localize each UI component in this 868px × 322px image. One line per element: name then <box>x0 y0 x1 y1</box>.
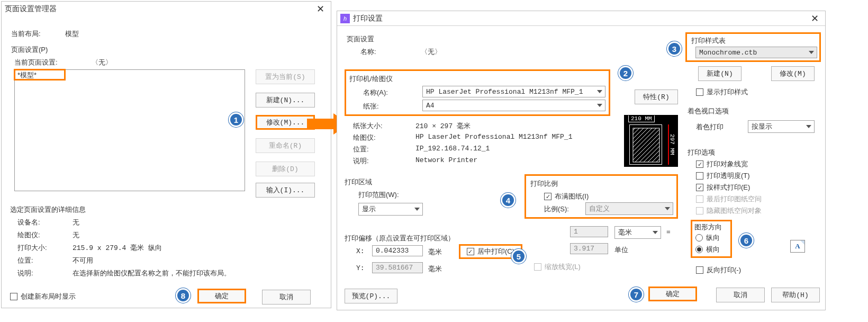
y-input: 39.581667 <box>372 262 423 273</box>
printer-name-select[interactable]: HP LaserJet Professional M1213nf MFP_1 <box>422 86 605 97</box>
title-left: 页面设置管理器 <box>5 4 57 14</box>
checkbox-icon: ✓ <box>467 248 474 255</box>
orientation-preview-icon: A <box>790 240 805 253</box>
opt-lineweight-label: 打印对象线宽 <box>707 159 748 169</box>
current-page-setup-value: 〈无〉 <box>92 58 112 67</box>
help-button[interactable]: 帮助(H) <box>771 288 820 302</box>
paper-size-label2: 纸张大小: <box>353 121 383 131</box>
new-button[interactable]: 新建(N)... <box>256 93 315 108</box>
create-on-new-layout-label: 创建新布局时显示 <box>21 292 76 301</box>
paper-size-label: 打印大小: <box>17 243 47 253</box>
shade-value: 按显示 <box>752 122 772 130</box>
preview-button[interactable]: 预览(P)... <box>345 289 397 303</box>
orientation-title: 图形方向 <box>694 222 722 232</box>
paper-size-value2: 210 × 297 毫米 <box>415 121 471 131</box>
badge-6: 6 <box>739 233 754 248</box>
center-print-checkbox[interactable]: ✓ 居中打印(C) <box>467 247 514 256</box>
badge-7: 7 <box>629 287 644 302</box>
page-setup-listbox[interactable]: *模型* <box>14 69 245 191</box>
badge-3: 3 <box>667 41 682 56</box>
print-range-value: 显示 <box>362 205 376 213</box>
cancel-button-right[interactable]: 取消 <box>716 288 765 302</box>
close-icon-right[interactable]: ✕ <box>808 13 822 24</box>
badge-2: 2 <box>618 66 633 80</box>
print-area-title: 打印区域 <box>345 177 372 187</box>
device-value: 无 <box>73 218 79 227</box>
shade-select[interactable]: 按显示 <box>748 120 815 133</box>
title-right: 打印设置 <box>353 14 383 23</box>
device-label: 设备名: <box>17 218 40 227</box>
style-new-button[interactable]: 新建(N) <box>698 66 742 81</box>
titlebar-left: 页面设置管理器 ✕ <box>2 2 331 16</box>
ok-button-right[interactable]: 确定 <box>648 287 697 301</box>
scale-unit-select[interactable]: 毫米 <box>614 226 661 239</box>
ok-button-left[interactable]: 确定 <box>197 289 246 303</box>
y-label: Y: <box>356 264 365 272</box>
delete-button: 删除(D) <box>256 162 315 176</box>
properties-button[interactable]: 特性(R) <box>635 90 678 104</box>
checkbox-icon: ✓ <box>696 160 703 168</box>
print-range-select[interactable]: 显示 <box>358 203 423 216</box>
opt-transparency-checkbox[interactable]: 打印透明度(T) <box>696 171 750 181</box>
opt-bystyle-checkbox[interactable]: ✓按样式打印(E) <box>696 183 750 192</box>
offset-title: 打印偏移（原点设置在可打印区域） <box>345 234 455 243</box>
center-print-label: 居中打印(C) <box>477 247 514 256</box>
preview-outer <box>629 124 662 165</box>
scale-den-input: 3.917 <box>570 243 608 254</box>
close-icon[interactable]: ✕ <box>313 3 328 15</box>
plotter-value: 无 <box>73 230 79 240</box>
name-value: 〈无〉 <box>421 47 441 57</box>
orientation-landscape-label: 横向 <box>706 245 720 254</box>
opt-lineweight-checkbox[interactable]: ✓打印对象线宽 <box>696 159 748 169</box>
preview-height: 297 MM <box>669 124 675 165</box>
location-value2: IP_192.168.74.12_1 <box>415 145 490 153</box>
checkbox-icon <box>696 266 703 274</box>
radio-icon <box>695 246 703 253</box>
badge-4: 4 <box>501 193 516 208</box>
reverse-print-label: 反向打印(-) <box>707 265 741 275</box>
paper-value: A4 <box>426 102 435 110</box>
import-button[interactable]: 输入(I)... <box>256 183 315 198</box>
paper-select[interactable]: A4 <box>422 100 605 111</box>
style-table-highlight: 打印样式表 Monochrome.ctb <box>685 32 821 62</box>
create-on-new-layout-checkbox[interactable]: 创建新布局时显示 <box>10 292 76 301</box>
scale-equals: = <box>666 228 671 236</box>
current-page-setup-label: 当前页面设置: <box>14 58 58 67</box>
cancel-button-left[interactable]: 取消 <box>262 290 311 305</box>
list-item-model[interactable]: *模型* <box>14 69 66 80</box>
current-layout-label: 当前布局: <box>11 29 41 39</box>
printer-group-title: 打印机/绘图仪 <box>349 74 393 84</box>
opt-paperlast-label: 最后打印图纸空间 <box>707 194 762 204</box>
page-setup-manager-window: 页面设置管理器 ✕ 当前布局: 模型 页面设置(P) 当前页面设置: 〈无〉 *… <box>1 1 331 308</box>
scale-group-highlight: 打印比例 ✓ 布满图纸(I) 比例(S): 自定义 <box>525 174 678 219</box>
y-unit: 毫米 <box>428 264 442 274</box>
x-label: X: <box>356 247 365 255</box>
shade-label: 着色打印 <box>696 122 724 132</box>
orientation-portrait-label: 纵向 <box>706 233 720 243</box>
orientation-landscape-radio[interactable]: 横向 <box>695 245 720 254</box>
x-input[interactable]: 0.042333 <box>372 245 423 256</box>
checkbox-icon <box>696 88 703 96</box>
preview-hatch-icon <box>630 125 663 165</box>
description-label: 说明: <box>17 269 33 278</box>
opt-paperlast-checkbox: 最后打印图纸空间 <box>696 194 762 204</box>
location-label2: 位置: <box>353 145 369 154</box>
style-modify-button[interactable]: 修改(M) <box>771 66 815 81</box>
name-label: 名称: <box>360 47 376 57</box>
opt-hidepaper-checkbox: 隐藏图纸空间对象 <box>696 206 762 216</box>
style-table-select[interactable]: Monochrome.ctb <box>695 47 817 58</box>
style-table-value: Monochrome.ctb <box>699 49 757 57</box>
paper-label: 纸张: <box>363 102 379 111</box>
rename-button: 重命名(R) <box>256 138 315 153</box>
svg-rect-1 <box>633 128 659 162</box>
opt-bystyle-label: 按样式打印(E) <box>707 183 750 192</box>
modify-button[interactable]: 修改(M)... <box>256 115 315 130</box>
printer-name-value: HP LaserJet Professional M1213nf MFP_1 <box>426 88 583 96</box>
app-icon: h <box>340 14 350 23</box>
reverse-print-checkbox[interactable]: 反向打印(-) <box>696 265 741 275</box>
show-style-checkbox[interactable]: 显示打印样式 <box>696 87 748 97</box>
preview-height-line: 297 MM <box>668 124 676 165</box>
x-unit: 毫米 <box>428 247 442 257</box>
orientation-portrait-radio[interactable]: 纵向 <box>695 233 720 243</box>
fit-paper-checkbox[interactable]: ✓ 布满图纸(I) <box>544 192 589 201</box>
